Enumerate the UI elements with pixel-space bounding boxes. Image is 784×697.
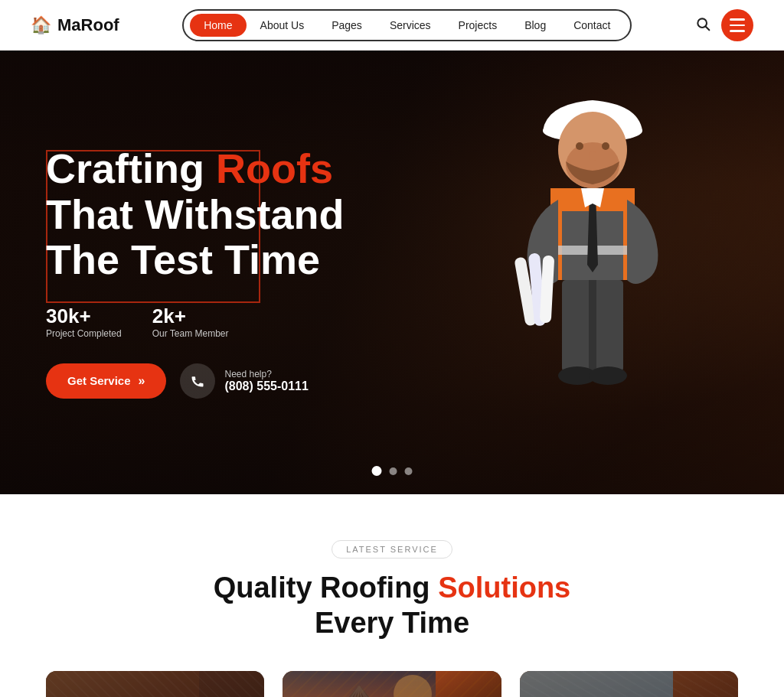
dot-3[interactable] xyxy=(405,467,413,475)
get-service-label: Get Service xyxy=(67,374,131,387)
nav-actions xyxy=(695,9,753,41)
stat-team: 2k+ Our Team Member xyxy=(152,305,229,339)
svg-line-31 xyxy=(328,686,359,697)
svg-line-1 xyxy=(706,26,710,30)
svg-rect-40 xyxy=(520,671,673,697)
nav-services[interactable]: Services xyxy=(376,14,445,37)
phone-info: Need help? (808) 555-0111 xyxy=(224,369,308,393)
service-card-1[interactable] xyxy=(46,671,264,697)
svg-rect-18 xyxy=(46,671,199,697)
hero-title-line3: The Test Time xyxy=(46,236,320,282)
search-button[interactable] xyxy=(695,16,710,35)
section-title-accent: Solutions xyxy=(438,572,570,604)
brand-name: MaRoof xyxy=(57,15,119,35)
svg-rect-39 xyxy=(520,671,673,697)
stat-projects-value: 30k+ xyxy=(46,305,122,328)
arrow-icon: » xyxy=(139,374,145,388)
section-badge: LATEST SERVICE xyxy=(332,540,452,559)
section-title: Quality Roofing Solutions Every Time xyxy=(46,571,738,640)
service-card-3[interactable] xyxy=(520,671,738,697)
stat-projects-label: Project Completed xyxy=(46,328,122,339)
hero-title-accent: Roofs xyxy=(216,145,333,191)
hero-stats: 30k+ Project Completed 2k+ Our Team Memb… xyxy=(46,305,738,339)
svg-rect-41 xyxy=(520,671,673,697)
svg-point-38 xyxy=(394,675,432,697)
stat-team-value: 2k+ xyxy=(152,305,229,328)
stat-projects: 30k+ Project Completed xyxy=(46,305,122,339)
get-service-button[interactable]: Get Service » xyxy=(46,363,166,399)
svg-rect-19 xyxy=(46,671,199,697)
hero-content: Crafting Roofs That Withstand The Test T… xyxy=(0,50,784,494)
phone-icon-button[interactable] xyxy=(180,363,215,399)
stat-team-label: Our Team Member xyxy=(152,328,229,339)
phone-number: (808) 555-0111 xyxy=(224,379,308,393)
hamburger-menu-button[interactable] xyxy=(721,9,753,41)
menu-line-2 xyxy=(730,24,745,27)
hero-actions: Get Service » Need help? (808) 555-0111 xyxy=(46,363,738,399)
hero-section: Crafting Roofs That Withstand The Test T… xyxy=(0,50,784,494)
section-title-part2: Every Time xyxy=(315,607,469,639)
svg-rect-27 xyxy=(283,671,436,697)
services-section: LATEST SERVICE Quality Roofing Solutions… xyxy=(0,494,784,697)
svg-line-34 xyxy=(359,686,397,697)
nav-blog[interactable]: Blog xyxy=(511,14,560,37)
svg-marker-29 xyxy=(298,686,420,697)
phone-group: Need help? (808) 555-0111 xyxy=(180,363,308,399)
nav-links: Home About Us Pages Services Projects Bl… xyxy=(182,9,632,41)
nav-projects[interactable]: Projects xyxy=(445,14,511,37)
hero-title: Crafting Roofs That Withstand The Test T… xyxy=(46,146,429,282)
service-card-2-bg xyxy=(283,671,501,697)
menu-line-1 xyxy=(730,18,745,21)
svg-line-33 xyxy=(359,686,374,697)
svg-line-32 xyxy=(351,686,359,697)
logo-icon: 🏠 xyxy=(31,15,51,35)
nav-about[interactable]: About Us xyxy=(247,14,318,37)
service-card-1-bg xyxy=(46,671,264,697)
services-grid xyxy=(46,671,738,697)
dot-1[interactable] xyxy=(372,466,382,476)
hero-title-line1: Crafting Roofs xyxy=(46,145,333,191)
service-card-2[interactable] xyxy=(283,671,501,697)
svg-line-30 xyxy=(305,686,359,697)
logo[interactable]: 🏠 MaRoof xyxy=(31,15,119,35)
service-card-3-bg xyxy=(520,671,738,697)
navbar: 🏠 MaRoof Home About Us Pages Services Pr… xyxy=(0,0,784,50)
svg-line-35 xyxy=(359,686,413,697)
section-title-part1: Quality Roofing xyxy=(214,572,430,604)
hero-carousel-dots xyxy=(372,466,413,476)
svg-marker-28 xyxy=(298,686,420,697)
nav-contact[interactable]: Contact xyxy=(560,14,624,37)
dot-2[interactable] xyxy=(390,467,397,475)
nav-pages[interactable]: Pages xyxy=(318,14,376,37)
menu-line-3 xyxy=(730,30,745,32)
hero-title-line2: That Withstand xyxy=(46,191,344,237)
nav-home[interactable]: Home xyxy=(190,14,246,37)
need-help-text: Need help? xyxy=(224,369,308,379)
